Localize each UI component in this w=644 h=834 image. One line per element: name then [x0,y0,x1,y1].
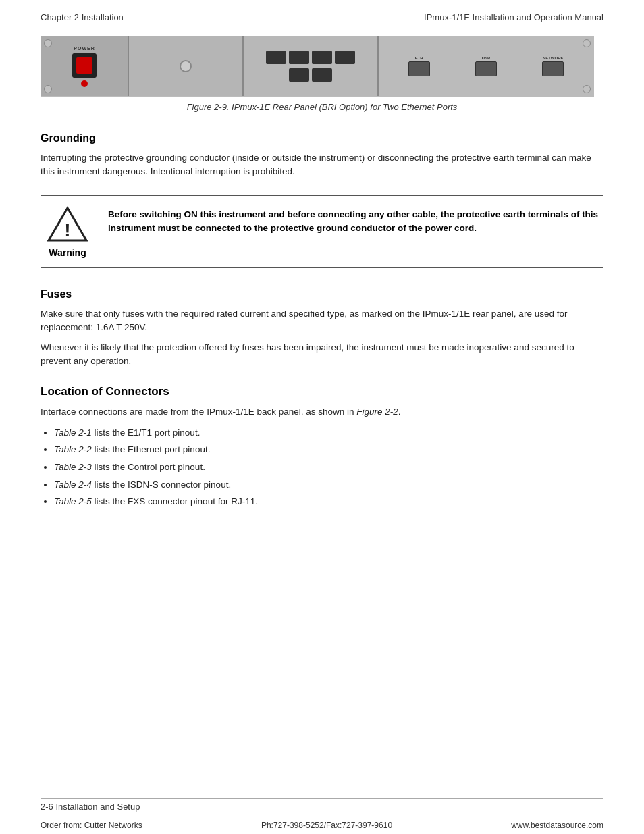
port-block-6 [312,68,332,82]
table-ref-5: Table 2-5 [54,496,92,506]
svg-text:!: ! [64,219,70,240]
network-connector [542,61,564,76]
table-ref-1: Table 2-1 [54,427,92,438]
grounding-body: Interrupting the protective grounding co… [41,151,603,179]
section-grounding: Grounding Interrupting the protective gr… [41,132,603,179]
screw-tr [583,39,591,47]
bullet-text-4: lists the ISDN-S connector pinout. [92,479,231,490]
port-row-1 [266,51,355,64]
location-heading: Location of Connectors [41,385,603,398]
port-block-3 [312,51,332,64]
footer-left: Order from: Cutter Networks [41,820,142,830]
list-item: Table 2-4 lists the ISDN-S connector pin… [54,477,603,492]
section-fuses: Fuses Make sure that only fuses with the… [41,288,603,369]
port-block-1 [266,51,286,64]
warning-icon-area: ! Warning [41,205,108,258]
screw-br [583,85,591,93]
bullet-text-5: lists the FXS connector pinout for RJ-11… [92,496,258,506]
port-block-2 [289,51,309,64]
bullet-text-2: lists the Ethernet port pinout. [92,444,211,454]
eth-connector [408,61,430,76]
bullet-text-3: lists the Control port pinout. [92,462,205,472]
port-block-5 [289,68,309,82]
screw-bl [44,85,52,93]
figure-section: POWER [41,36,603,112]
list-item: Table 2-2 lists the Ethernet port pinout… [54,442,603,457]
list-item: Table 2-1 lists the E1/T1 port pinout. [54,425,603,440]
port-block-4 [335,51,355,64]
mid-screw [180,60,192,72]
fuses-para1: Make sure that only fuses with the requi… [41,307,603,335]
warning-box: ! Warning Before switching ON this instr… [41,195,603,268]
warning-triangle-icon: ! [46,205,89,243]
section-location: Location of Connectors Interface connect… [41,385,603,509]
usb-label: USB [482,56,491,60]
power-connector [72,53,97,78]
table-ref-2: Table 2-2 [54,444,92,454]
fuses-para2: Whenever it is likely that the protectio… [41,341,603,369]
table-ref-4: Table 2-4 [54,479,92,490]
footer-right: www.bestdatasource.com [511,820,603,830]
page-header: Chapter 2 Installation IPmux-1/1E Instal… [0,0,644,29]
device-image: POWER [41,36,594,97]
panel-mid-left [129,36,244,96]
location-intro: Interface connections are made from the … [41,405,603,419]
header-right: IPmux-1/1E Installation and Operation Ma… [424,12,603,22]
device-panel: POWER [41,36,593,96]
power-inner [76,57,92,74]
page-content: POWER [0,29,644,569]
bullet-text-1: lists the E1/T1 port pinout. [92,427,200,438]
panel-ports [244,36,379,96]
table-ref-3: Table 2-3 [54,462,92,472]
list-item: Table 2-3 lists the Control port pinout. [54,460,603,475]
header-left: Chapter 2 Installation [41,12,124,22]
power-indicator [81,80,88,87]
network-label: NETWORK [543,56,564,60]
grounding-heading: Grounding [41,132,603,145]
warning-label: Warning [49,247,86,258]
figure-caption: Figure 2-9. IPmux-1E Rear Panel (BRI Opt… [41,102,603,112]
footer-page-num: 2-6 Installation and Setup [0,799,644,816]
port-row-2 [289,68,332,82]
screw-tl [44,39,52,47]
panel-power-section: POWER [41,36,129,96]
footer-center: Ph:727-398-5252/Fax:727-397-9610 [261,820,392,830]
footer-bottom: Order from: Cutter Networks Ph:727-398-5… [0,816,644,834]
page-footer: 2-6 Installation and Setup Order from: C… [0,798,644,834]
eth-label: ETH [415,56,423,60]
usb-connector [475,61,497,76]
warning-text: Before switching ON this instrument and … [108,205,603,236]
panel-right-section: ETH USB NETWORK [379,36,593,96]
fuses-heading: Fuses [41,288,603,301]
location-bullets: Table 2-1 lists the E1/T1 port pinout. T… [54,425,603,509]
power-label: POWER [74,46,95,51]
list-item: Table 2-5 lists the FXS connector pinout… [54,494,603,509]
